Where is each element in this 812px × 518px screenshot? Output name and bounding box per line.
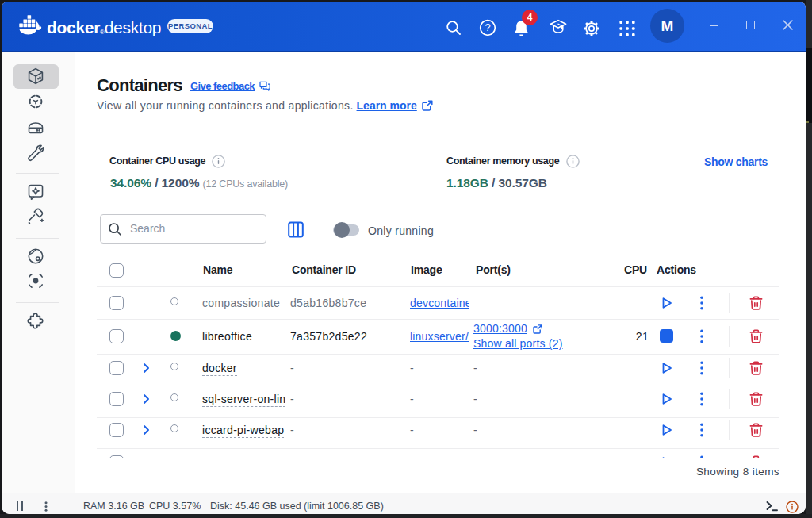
svg-text:?: ? (485, 21, 490, 33)
